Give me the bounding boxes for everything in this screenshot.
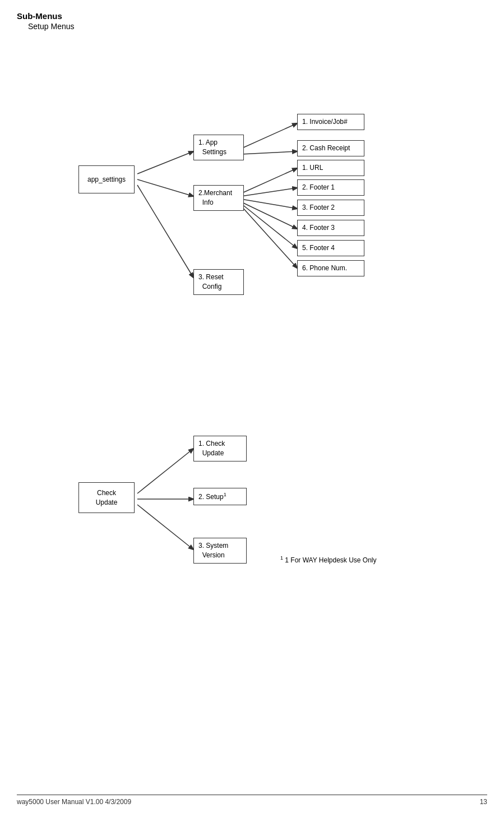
- svg-line-5: [241, 168, 297, 193]
- box-footer2: 3. Footer 2: [297, 200, 364, 216]
- svg-line-7: [241, 199, 297, 209]
- svg-line-0: [137, 151, 193, 174]
- box-cash-receipt: 2. Cash Receipt: [297, 140, 364, 156]
- svg-line-4: [241, 151, 297, 154]
- box-system-version: 3. System Version: [193, 538, 247, 564]
- box-check-update-root: CheckUpdate: [78, 482, 135, 513]
- page-subtitle: Setup Menus: [28, 22, 487, 31]
- box-footer1: 2. Footer 1: [297, 179, 364, 196]
- box-phone-num: 6. Phone Num.: [297, 260, 364, 276]
- box-footer4: 5. Footer 4: [297, 240, 364, 256]
- svg-line-9: [241, 204, 297, 248]
- page: Sub-Menus Setup Menus: [0, 0, 504, 817]
- diagram1-lines: [17, 64, 487, 379]
- svg-line-3: [241, 123, 297, 149]
- page-title: Sub-Menus: [17, 11, 487, 21]
- box-app-config: app_settings: [78, 165, 135, 193]
- box-app-settings: 1. App Settings: [193, 135, 244, 160]
- svg-line-10: [241, 206, 297, 268]
- svg-line-11: [137, 449, 193, 493]
- box-footer3: 4. Footer 3: [297, 220, 364, 236]
- box-invoice-job: 1. Invoice/Job#: [297, 114, 364, 130]
- box-check-update-1: 1. Check Update: [193, 436, 247, 461]
- box-reset-config: 3. Reset Config: [193, 269, 244, 295]
- box-url: 1. URL: [297, 160, 364, 176]
- box-merchant-info: 2.Merchant Info: [193, 185, 244, 211]
- footer-left: way5000 User Manual V1.00 4/3/2009: [17, 798, 131, 806]
- diagram1: app_settings 1. App Settings 2.Merchant …: [17, 64, 487, 379]
- diagram2: CheckUpdate 1. Check Update 2. Setup1 3.…: [17, 395, 487, 620]
- footnote: 1 1 For WAY Helpdesk Use Only: [280, 555, 377, 564]
- svg-line-1: [137, 179, 193, 196]
- svg-line-13: [137, 505, 193, 550]
- svg-line-8: [241, 202, 297, 229]
- footer-right: 13: [480, 798, 487, 806]
- svg-line-2: [137, 185, 193, 278]
- box-setup1: 2. Setup1: [193, 488, 247, 505]
- page-footer: way5000 User Manual V1.00 4/3/2009 13: [17, 795, 487, 806]
- svg-line-6: [241, 188, 297, 196]
